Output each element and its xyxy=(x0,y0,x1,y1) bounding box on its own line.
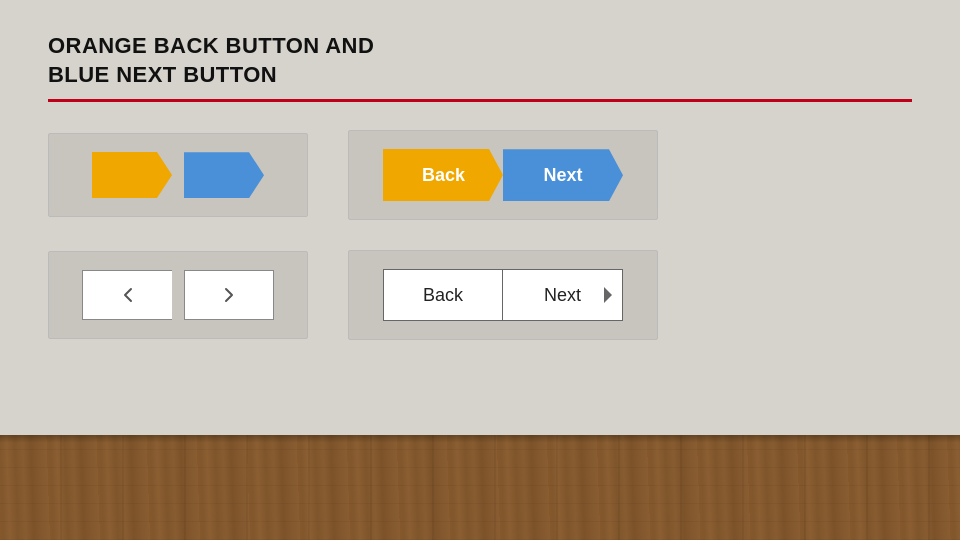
blue-next-arrow xyxy=(184,152,264,198)
next-button-outline[interactable]: Next xyxy=(503,269,623,321)
chevron-next-shape xyxy=(184,270,274,320)
back-button-outline[interactable]: Back xyxy=(383,269,503,321)
shapes-container-outline xyxy=(48,251,308,339)
chevron-back-shape xyxy=(82,270,172,320)
slide-area: ORANGE BACK BUTTON AND BLUE NEXT BUTTON … xyxy=(0,0,960,435)
chevron-left-icon xyxy=(116,283,140,307)
red-divider xyxy=(48,99,912,102)
button-panel-outline: Back Next xyxy=(348,250,658,340)
next-button-colored[interactable]: Next xyxy=(503,149,623,201)
row-2: Back Next xyxy=(48,250,912,340)
back-button-colored[interactable]: Back xyxy=(383,149,503,201)
shapes-container-colored xyxy=(48,133,308,217)
chevron-right-icon xyxy=(217,283,241,307)
wood-floor xyxy=(0,435,960,540)
button-panel-colored: Back Next xyxy=(348,130,658,220)
slide-title: ORANGE BACK BUTTON AND BLUE NEXT BUTTON xyxy=(48,32,912,89)
orange-back-arrow xyxy=(92,152,172,198)
content-rows: Back Next xyxy=(48,130,912,411)
row-1: Back Next xyxy=(48,130,912,220)
